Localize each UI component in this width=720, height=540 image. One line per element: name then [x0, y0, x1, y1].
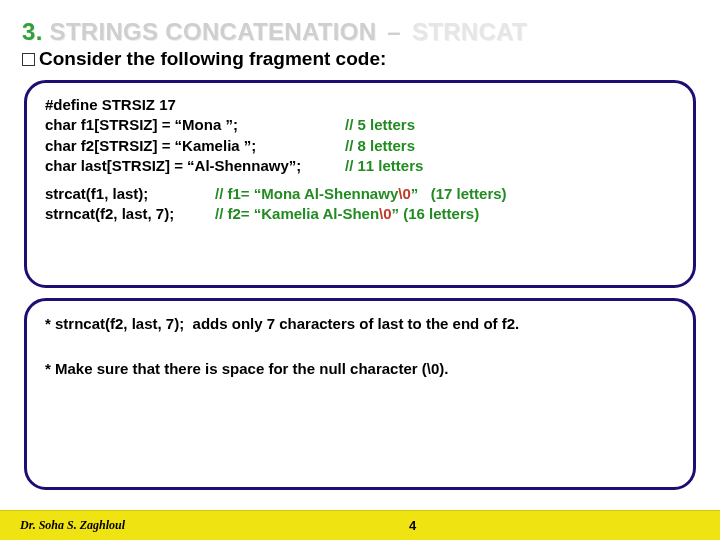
code-text: strcat(f1, last);: [45, 184, 215, 204]
notes-box: * strncat(f2, last, 7); adds only 7 char…: [24, 298, 696, 490]
title-sub: STRNCAT: [412, 18, 527, 45]
null-char: \0: [379, 205, 392, 222]
footer-bar: Dr. Soha S. Zaghloul 4: [0, 510, 720, 540]
lead-line: Consider the following fragment code:: [22, 48, 698, 70]
note-line: * Make sure that there is space for the …: [45, 358, 675, 381]
code-comment: // 5 letters: [345, 115, 415, 135]
page-number: 4: [409, 518, 416, 533]
title-number: 3.: [22, 18, 43, 45]
code-comment: // f2= “Kamelia Al-Shen\0” (16 letters): [215, 204, 479, 224]
code-comment: // 8 letters: [345, 136, 415, 156]
code-box: #define STRSIZ 17 char f1[STRSIZ] = “Mon…: [24, 80, 696, 288]
code-comment: // f1= “Mona Al-Shennawy\0” (17 letters): [215, 184, 507, 204]
code-comment: // 11 letters: [345, 156, 423, 176]
code-text: char f1[STRSIZ] = “Mona ”;: [45, 115, 345, 135]
code-text: char f2[STRSIZ] = “Kamelia ”;: [45, 136, 345, 156]
code-line: char last[STRSIZ] = “Al-Shennawy”; // 11…: [45, 156, 675, 176]
slide-title: 3. STRINGS CONCATENATION – STRNCAT: [22, 18, 698, 46]
lead-text: Consider the following fragment code:: [39, 48, 386, 69]
title-dash: –: [383, 18, 405, 45]
null-char: \0: [398, 185, 411, 202]
title-main: STRINGS CONCATENATION: [50, 18, 377, 45]
note-line: * strncat(f2, last, 7); adds only 7 char…: [45, 313, 675, 336]
code-line: #define STRSIZ 17: [45, 95, 675, 115]
code-line: strncat(f2, last, 7); // f2= “Kamelia Al…: [45, 204, 675, 224]
code-text: char last[STRSIZ] = “Al-Shennawy”;: [45, 156, 345, 176]
comment-pre: // f1= “Mona Al-Shennawy: [215, 185, 398, 202]
code-text: #define STRSIZ 17: [45, 95, 345, 115]
checkbox-icon: [22, 53, 35, 66]
code-line: char f1[STRSIZ] = “Mona ”; // 5 letters: [45, 115, 675, 135]
comment-post: ” (17 letters): [411, 185, 507, 202]
author-label: Dr. Soha S. Zaghloul: [20, 518, 125, 533]
code-text: strncat(f2, last, 7);: [45, 204, 215, 224]
comment-post: ” (16 letters): [392, 205, 480, 222]
code-line: strcat(f1, last); // f1= “Mona Al-Shenna…: [45, 184, 675, 204]
slide: 3. STRINGS CONCATENATION – STRNCAT Consi…: [0, 0, 720, 540]
comment-pre: // f2= “Kamelia Al-Shen: [215, 205, 379, 222]
code-line: char f2[STRSIZ] = “Kamelia ”; // 8 lette…: [45, 136, 675, 156]
